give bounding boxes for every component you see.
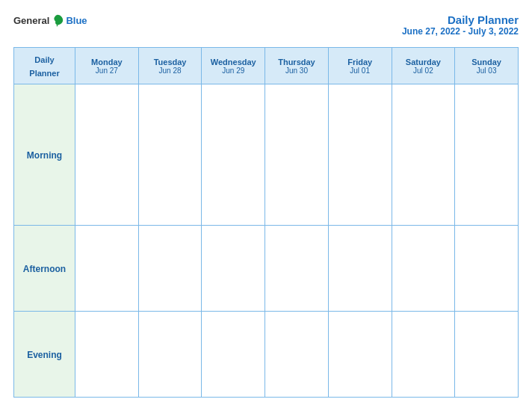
cell-evening-fri[interactable] [328, 312, 392, 398]
cell-evening-thu[interactable] [265, 312, 329, 398]
cell-afternoon-fri[interactable] [328, 226, 392, 312]
col-header-sun: Sunday Jul 03 [455, 48, 519, 84]
col-header-thu-date: Jun 30 [268, 67, 325, 75]
logo-text: General Blue [13, 13, 87, 27]
col-header-sat: Saturday Jul 02 [392, 48, 455, 84]
row-label-morning: Morning [14, 84, 75, 226]
planner-title: Daily Planner [402, 13, 519, 26]
cell-afternoon-sat[interactable] [392, 226, 455, 312]
col-header-mon-day: Monday [78, 58, 135, 67]
col-header-sun-day: Sunday [458, 58, 515, 67]
cell-afternoon-thu[interactable] [265, 226, 329, 312]
cell-morning-wed[interactable] [202, 84, 265, 226]
logo-leaf-icon [51, 13, 64, 27]
cell-evening-mon[interactable] [75, 312, 139, 398]
col-header-wed-date: Jun 29 [205, 67, 262, 75]
cell-morning-mon[interactable] [75, 84, 139, 226]
cell-morning-sat[interactable] [392, 84, 455, 226]
page: General Blue Daily Planner June 27, 2022… [0, 0, 532, 411]
col-header-sat-day: Saturday [395, 58, 452, 67]
planner-table: DailyPlanner Monday Jun 27 Tuesday Jun 2… [13, 47, 519, 398]
row-label-evening: Evening [14, 312, 75, 398]
header: General Blue Daily Planner June 27, 2022… [13, 13, 519, 37]
col-header-label: DailyPlanner [14, 48, 75, 84]
cell-morning-tue[interactable] [138, 84, 202, 226]
cell-evening-sat[interactable] [392, 312, 455, 398]
col-header-label-day: DailyPlanner [29, 55, 59, 78]
col-header-tue-day: Tuesday [142, 58, 199, 67]
row-label-afternoon: Afternoon [14, 226, 75, 312]
col-header-fri-day: Friday [332, 58, 389, 67]
col-header-tue-date: Jun 28 [142, 67, 199, 75]
cell-evening-wed[interactable] [202, 312, 265, 398]
cell-afternoon-wed[interactable] [202, 226, 265, 312]
col-header-mon: Monday Jun 27 [75, 48, 139, 84]
table-row-evening: Evening [14, 312, 519, 398]
cell-morning-sun[interactable] [455, 84, 519, 226]
logo-area: General Blue [13, 13, 87, 27]
cell-morning-fri[interactable] [328, 84, 392, 226]
logo-general: General [13, 15, 49, 26]
col-header-fri-date: Jul 01 [332, 67, 389, 75]
col-header-thu-day: Thursday [268, 58, 325, 67]
cell-evening-tue[interactable] [138, 312, 202, 398]
col-header-fri: Friday Jul 01 [328, 48, 392, 84]
col-header-wed-day: Wednesday [205, 58, 262, 67]
planner-date-range: June 27, 2022 - July 3, 2022 [402, 26, 519, 37]
col-header-wed: Wednesday Jun 29 [202, 48, 265, 84]
cell-afternoon-tue[interactable] [138, 226, 202, 312]
col-header-sun-date: Jul 03 [458, 67, 515, 75]
cell-morning-thu[interactable] [265, 84, 329, 226]
col-header-thu: Thursday Jun 30 [265, 48, 329, 84]
col-header-sat-date: Jul 02 [395, 67, 452, 75]
header-right: Daily Planner June 27, 2022 - July 3, 20… [402, 13, 519, 37]
table-row-morning: Morning [14, 84, 519, 226]
col-header-tue: Tuesday Jun 28 [138, 48, 202, 84]
table-header-row: DailyPlanner Monday Jun 27 Tuesday Jun 2… [14, 48, 519, 84]
cell-evening-sun[interactable] [455, 312, 519, 398]
cell-afternoon-sun[interactable] [455, 226, 519, 312]
logo-blue: Blue [66, 15, 87, 26]
table-row-afternoon: Afternoon [14, 226, 519, 312]
col-header-mon-date: Jun 27 [78, 67, 135, 75]
cell-afternoon-mon[interactable] [75, 226, 139, 312]
